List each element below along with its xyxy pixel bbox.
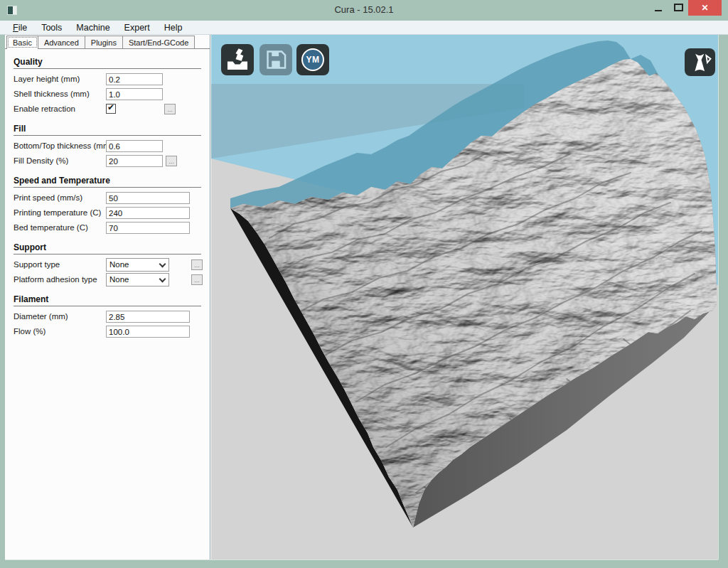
support-type-select[interactable]: None bbox=[106, 258, 169, 272]
minimize-icon bbox=[655, 10, 662, 11]
bottom-top-thickness-input[interactable] bbox=[106, 140, 163, 152]
cura-window: Cura - 15.02.1 ✕ File Tools Machine Expe… bbox=[0, 0, 728, 568]
main-content: Basic Advanced Plugins Start/End-GCode Q… bbox=[5, 35, 718, 559]
load-model-button[interactable] bbox=[221, 44, 254, 75]
layer-height-input[interactable] bbox=[106, 73, 163, 85]
maximize-icon bbox=[674, 4, 683, 11]
share-youmagine-button[interactable]: YM bbox=[296, 44, 329, 75]
platform-adhesion-label: Platform adhesion type bbox=[14, 275, 97, 284]
tab-basic[interactable]: Basic bbox=[6, 36, 38, 49]
print-speed-label: Print speed (mm/s) bbox=[14, 193, 82, 202]
diameter-row: Diameter (mm) bbox=[14, 310, 201, 325]
support-type-more-button[interactable]: ... bbox=[191, 259, 203, 270]
menu-file[interactable]: File bbox=[6, 23, 34, 33]
fill-density-input[interactable] bbox=[106, 155, 163, 167]
section-quality-title: Quality bbox=[14, 57, 201, 69]
shell-thickness-row: Shell thickness (mm) bbox=[14, 87, 201, 102]
window-title: Cura - 15.02.1 bbox=[0, 4, 728, 15]
chevron-down-icon bbox=[159, 276, 166, 283]
menu-help[interactable]: Help bbox=[157, 23, 190, 33]
load-model-icon bbox=[223, 46, 252, 73]
viewport-3d[interactable]: YM bbox=[211, 35, 718, 559]
checkmark-icon: ✔ bbox=[107, 102, 114, 112]
maximize-button[interactable] bbox=[671, 0, 687, 16]
bed-temperature-label: Bed temperature (C) bbox=[14, 223, 88, 232]
close-button[interactable]: ✕ bbox=[688, 0, 722, 16]
tab-bar: Basic Advanced Plugins Start/End-GCode bbox=[5, 35, 210, 49]
flow-label: Flow (%) bbox=[14, 327, 46, 336]
bottom-top-thickness-label: Bottom/Top thickness (mm) bbox=[14, 141, 112, 150]
save-toolpath-icon bbox=[263, 47, 289, 73]
section-speed-temperature-title: Speed and Temperature bbox=[14, 176, 201, 188]
view-mode-icon bbox=[688, 51, 712, 74]
title-bar: Cura - 15.02.1 ✕ bbox=[0, 0, 728, 21]
menu-machine[interactable]: Machine bbox=[69, 23, 117, 33]
print-speed-input[interactable] bbox=[106, 192, 190, 204]
fill-density-label: Fill Density (%) bbox=[14, 156, 68, 165]
share-youmagine-icon: YM bbox=[301, 48, 324, 71]
section-support-title: Support bbox=[14, 242, 201, 254]
enable-retraction-checkbox[interactable]: ✔ bbox=[106, 104, 116, 114]
diameter-label: Diameter (mm) bbox=[14, 312, 68, 321]
view-mode-button[interactable] bbox=[685, 48, 715, 76]
flow-row: Flow (%) bbox=[14, 325, 201, 340]
enable-retraction-label: Enable retraction bbox=[14, 105, 75, 113]
chevron-down-icon bbox=[159, 261, 166, 268]
fill-density-more-button[interactable]: ... bbox=[166, 156, 177, 166]
menu-expert[interactable]: Expert bbox=[117, 23, 157, 33]
shell-thickness-label: Shell thickness (mm) bbox=[14, 90, 90, 98]
enable-retraction-row: Enable retraction ✔ ... bbox=[14, 102, 201, 117]
settings-panel: Basic Advanced Plugins Start/End-GCode Q… bbox=[5, 35, 210, 559]
menu-bar: File Tools Machine Expert Help bbox=[0, 21, 728, 35]
bottom-top-thickness-row: Bottom/Top thickness (mm) bbox=[14, 139, 201, 154]
layer-height-row: Layer height (mm) bbox=[14, 73, 201, 87]
bed-temperature-row: Bed temperature (C) bbox=[14, 221, 201, 236]
support-type-row: Support type None ... bbox=[14, 258, 201, 273]
retraction-more-button[interactable]: ... bbox=[164, 104, 176, 114]
support-type-label: Support type bbox=[14, 260, 60, 269]
printing-temperature-input[interactable] bbox=[106, 207, 190, 219]
platform-adhesion-more-button[interactable]: ... bbox=[191, 274, 203, 285]
section-filament-title: Filament bbox=[14, 294, 201, 306]
platform-adhesion-select[interactable]: None bbox=[106, 273, 169, 286]
diameter-input[interactable] bbox=[106, 311, 190, 323]
flow-input[interactable] bbox=[106, 326, 190, 338]
terrain-3d-scene bbox=[211, 35, 718, 559]
minimize-button[interactable] bbox=[651, 0, 667, 16]
tab-advanced[interactable]: Advanced bbox=[38, 36, 85, 48]
shell-thickness-input[interactable] bbox=[106, 88, 163, 100]
section-fill-title: Fill bbox=[14, 124, 201, 136]
layer-height-label: Layer height (mm) bbox=[14, 75, 80, 83]
printing-temperature-row: Printing temperature (C) bbox=[14, 206, 201, 221]
platform-adhesion-row: Platform adhesion type None ... bbox=[14, 273, 201, 288]
print-speed-row: Print speed (mm/s) bbox=[14, 191, 201, 206]
frame-highlight-bottom bbox=[5, 559, 718, 560]
tab-start-end-gcode[interactable]: Start/End-GCode bbox=[122, 36, 195, 48]
fill-density-row: Fill Density (%) ... bbox=[14, 154, 201, 169]
settings-sections: Quality Layer height (mm) Shell thicknes… bbox=[5, 49, 210, 340]
save-toolpath-button[interactable] bbox=[259, 44, 292, 75]
bed-temperature-input[interactable] bbox=[106, 222, 190, 234]
menu-tools[interactable]: Tools bbox=[34, 23, 69, 33]
printing-temperature-label: Printing temperature (C) bbox=[14, 208, 101, 217]
tab-plugins[interactable]: Plugins bbox=[85, 36, 123, 48]
frame-highlight-right bbox=[718, 35, 719, 559]
